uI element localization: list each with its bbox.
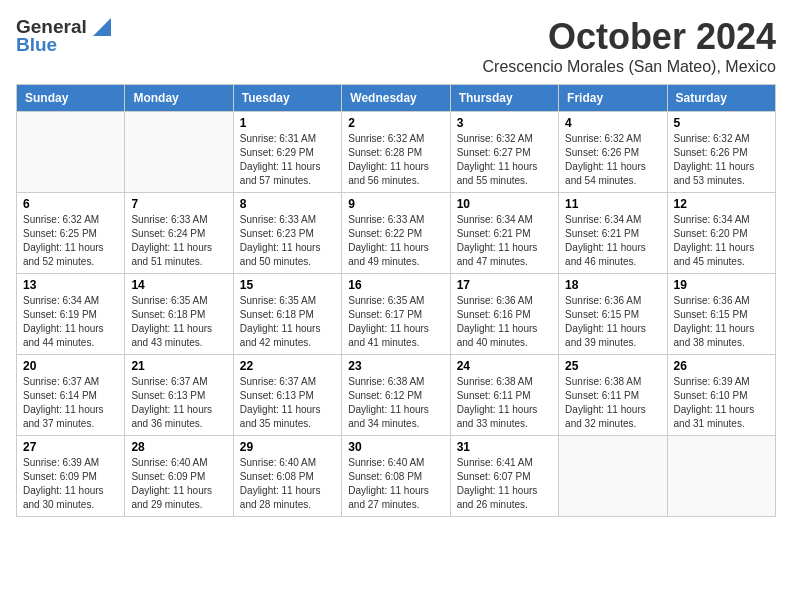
day-number: 21	[131, 359, 226, 373]
calendar-week: 27Sunrise: 6:39 AM Sunset: 6:09 PM Dayli…	[17, 436, 776, 517]
calendar-cell: 30Sunrise: 6:40 AM Sunset: 6:08 PM Dayli…	[342, 436, 450, 517]
day-number: 25	[565, 359, 660, 373]
day-info: Sunrise: 6:40 AM Sunset: 6:08 PM Dayligh…	[348, 456, 443, 512]
day-header: Friday	[559, 85, 667, 112]
calendar-cell	[17, 112, 125, 193]
day-info: Sunrise: 6:37 AM Sunset: 6:14 PM Dayligh…	[23, 375, 118, 431]
logo: General Blue	[16, 16, 111, 56]
day-info: Sunrise: 6:36 AM Sunset: 6:15 PM Dayligh…	[565, 294, 660, 350]
day-number: 13	[23, 278, 118, 292]
day-info: Sunrise: 6:38 AM Sunset: 6:12 PM Dayligh…	[348, 375, 443, 431]
calendar-cell: 21Sunrise: 6:37 AM Sunset: 6:13 PM Dayli…	[125, 355, 233, 436]
calendar-cell: 23Sunrise: 6:38 AM Sunset: 6:12 PM Dayli…	[342, 355, 450, 436]
calendar-cell	[667, 436, 775, 517]
calendar-cell: 27Sunrise: 6:39 AM Sunset: 6:09 PM Dayli…	[17, 436, 125, 517]
day-header: Monday	[125, 85, 233, 112]
day-number: 4	[565, 116, 660, 130]
day-number: 3	[457, 116, 552, 130]
day-info: Sunrise: 6:32 AM Sunset: 6:26 PM Dayligh…	[565, 132, 660, 188]
calendar-cell: 6Sunrise: 6:32 AM Sunset: 6:25 PM Daylig…	[17, 193, 125, 274]
day-info: Sunrise: 6:37 AM Sunset: 6:13 PM Dayligh…	[240, 375, 335, 431]
day-number: 12	[674, 197, 769, 211]
day-header: Saturday	[667, 85, 775, 112]
day-info: Sunrise: 6:34 AM Sunset: 6:19 PM Dayligh…	[23, 294, 118, 350]
title-area: October 2024 Crescencio Morales (San Mat…	[483, 16, 776, 76]
day-info: Sunrise: 6:35 AM Sunset: 6:17 PM Dayligh…	[348, 294, 443, 350]
day-info: Sunrise: 6:31 AM Sunset: 6:29 PM Dayligh…	[240, 132, 335, 188]
day-number: 28	[131, 440, 226, 454]
calendar-cell: 1Sunrise: 6:31 AM Sunset: 6:29 PM Daylig…	[233, 112, 341, 193]
day-number: 8	[240, 197, 335, 211]
day-info: Sunrise: 6:33 AM Sunset: 6:23 PM Dayligh…	[240, 213, 335, 269]
day-number: 1	[240, 116, 335, 130]
calendar-header: SundayMondayTuesdayWednesdayThursdayFrid…	[17, 85, 776, 112]
day-number: 16	[348, 278, 443, 292]
day-number: 11	[565, 197, 660, 211]
calendar-week: 20Sunrise: 6:37 AM Sunset: 6:14 PM Dayli…	[17, 355, 776, 436]
day-info: Sunrise: 6:32 AM Sunset: 6:26 PM Dayligh…	[674, 132, 769, 188]
calendar-cell: 18Sunrise: 6:36 AM Sunset: 6:15 PM Dayli…	[559, 274, 667, 355]
day-number: 7	[131, 197, 226, 211]
day-info: Sunrise: 6:37 AM Sunset: 6:13 PM Dayligh…	[131, 375, 226, 431]
day-number: 6	[23, 197, 118, 211]
day-info: Sunrise: 6:36 AM Sunset: 6:16 PM Dayligh…	[457, 294, 552, 350]
day-number: 14	[131, 278, 226, 292]
day-number: 31	[457, 440, 552, 454]
day-info: Sunrise: 6:40 AM Sunset: 6:09 PM Dayligh…	[131, 456, 226, 512]
day-number: 23	[348, 359, 443, 373]
day-number: 19	[674, 278, 769, 292]
calendar-cell: 22Sunrise: 6:37 AM Sunset: 6:13 PM Dayli…	[233, 355, 341, 436]
calendar-cell: 10Sunrise: 6:34 AM Sunset: 6:21 PM Dayli…	[450, 193, 558, 274]
day-number: 27	[23, 440, 118, 454]
day-number: 26	[674, 359, 769, 373]
day-info: Sunrise: 6:38 AM Sunset: 6:11 PM Dayligh…	[457, 375, 552, 431]
day-info: Sunrise: 6:36 AM Sunset: 6:15 PM Dayligh…	[674, 294, 769, 350]
calendar-cell: 25Sunrise: 6:38 AM Sunset: 6:11 PM Dayli…	[559, 355, 667, 436]
calendar-cell: 20Sunrise: 6:37 AM Sunset: 6:14 PM Dayli…	[17, 355, 125, 436]
day-number: 9	[348, 197, 443, 211]
calendar-cell: 7Sunrise: 6:33 AM Sunset: 6:24 PM Daylig…	[125, 193, 233, 274]
calendar-cell: 2Sunrise: 6:32 AM Sunset: 6:28 PM Daylig…	[342, 112, 450, 193]
day-info: Sunrise: 6:32 AM Sunset: 6:28 PM Dayligh…	[348, 132, 443, 188]
day-number: 15	[240, 278, 335, 292]
calendar-cell: 11Sunrise: 6:34 AM Sunset: 6:21 PM Dayli…	[559, 193, 667, 274]
day-number: 20	[23, 359, 118, 373]
calendar-cell: 13Sunrise: 6:34 AM Sunset: 6:19 PM Dayli…	[17, 274, 125, 355]
day-info: Sunrise: 6:39 AM Sunset: 6:10 PM Dayligh…	[674, 375, 769, 431]
calendar-cell: 9Sunrise: 6:33 AM Sunset: 6:22 PM Daylig…	[342, 193, 450, 274]
calendar-cell: 4Sunrise: 6:32 AM Sunset: 6:26 PM Daylig…	[559, 112, 667, 193]
day-header: Sunday	[17, 85, 125, 112]
day-info: Sunrise: 6:39 AM Sunset: 6:09 PM Dayligh…	[23, 456, 118, 512]
day-number: 29	[240, 440, 335, 454]
day-number: 17	[457, 278, 552, 292]
day-info: Sunrise: 6:34 AM Sunset: 6:21 PM Dayligh…	[565, 213, 660, 269]
day-info: Sunrise: 6:34 AM Sunset: 6:20 PM Dayligh…	[674, 213, 769, 269]
logo-icon	[89, 18, 111, 36]
calendar-cell: 28Sunrise: 6:40 AM Sunset: 6:09 PM Dayli…	[125, 436, 233, 517]
calendar-week: 1Sunrise: 6:31 AM Sunset: 6:29 PM Daylig…	[17, 112, 776, 193]
calendar-cell: 19Sunrise: 6:36 AM Sunset: 6:15 PM Dayli…	[667, 274, 775, 355]
day-number: 10	[457, 197, 552, 211]
calendar-cell: 29Sunrise: 6:40 AM Sunset: 6:08 PM Dayli…	[233, 436, 341, 517]
calendar-cell: 17Sunrise: 6:36 AM Sunset: 6:16 PM Dayli…	[450, 274, 558, 355]
day-info: Sunrise: 6:41 AM Sunset: 6:07 PM Dayligh…	[457, 456, 552, 512]
day-info: Sunrise: 6:35 AM Sunset: 6:18 PM Dayligh…	[240, 294, 335, 350]
day-number: 24	[457, 359, 552, 373]
calendar-cell: 14Sunrise: 6:35 AM Sunset: 6:18 PM Dayli…	[125, 274, 233, 355]
calendar-week: 6Sunrise: 6:32 AM Sunset: 6:25 PM Daylig…	[17, 193, 776, 274]
day-number: 5	[674, 116, 769, 130]
day-number: 30	[348, 440, 443, 454]
calendar-cell: 26Sunrise: 6:39 AM Sunset: 6:10 PM Dayli…	[667, 355, 775, 436]
calendar-cell	[125, 112, 233, 193]
calendar-cell: 3Sunrise: 6:32 AM Sunset: 6:27 PM Daylig…	[450, 112, 558, 193]
svg-marker-0	[93, 18, 111, 36]
day-info: Sunrise: 6:32 AM Sunset: 6:27 PM Dayligh…	[457, 132, 552, 188]
day-info: Sunrise: 6:34 AM Sunset: 6:21 PM Dayligh…	[457, 213, 552, 269]
calendar-cell: 5Sunrise: 6:32 AM Sunset: 6:26 PM Daylig…	[667, 112, 775, 193]
day-header: Thursday	[450, 85, 558, 112]
day-number: 2	[348, 116, 443, 130]
calendar-cell: 24Sunrise: 6:38 AM Sunset: 6:11 PM Dayli…	[450, 355, 558, 436]
day-info: Sunrise: 6:38 AM Sunset: 6:11 PM Dayligh…	[565, 375, 660, 431]
calendar-week: 13Sunrise: 6:34 AM Sunset: 6:19 PM Dayli…	[17, 274, 776, 355]
calendar-cell: 31Sunrise: 6:41 AM Sunset: 6:07 PM Dayli…	[450, 436, 558, 517]
